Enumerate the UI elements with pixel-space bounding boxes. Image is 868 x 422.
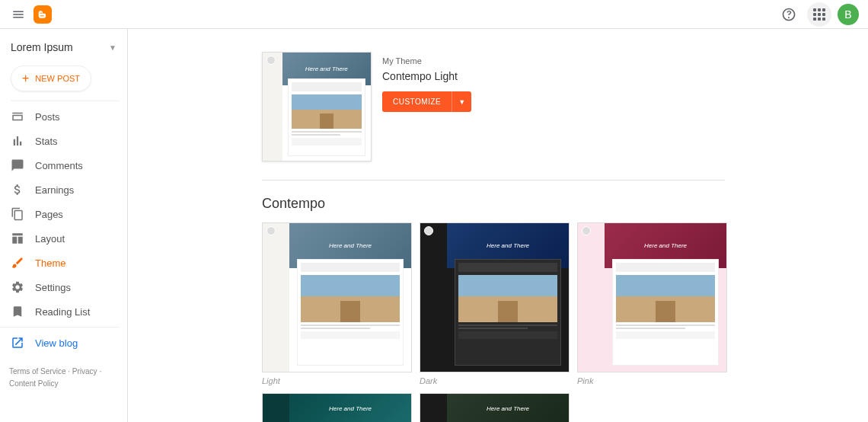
sidebar-item-pages[interactable]: Pages bbox=[0, 202, 127, 226]
reading-list-icon bbox=[11, 305, 24, 318]
sidebar-divider bbox=[11, 101, 120, 101]
menu-button[interactable] bbox=[9, 5, 27, 24]
app-header: B bbox=[0, 0, 868, 29]
apps-icon bbox=[813, 8, 825, 21]
sidebar-item-posts[interactable]: Posts bbox=[0, 104, 127, 129]
main-content: Here and There My Theme Contempo Light C… bbox=[128, 29, 868, 422]
my-theme-label: My Theme bbox=[382, 56, 471, 66]
section-title: Contempo bbox=[262, 196, 868, 212]
nav-label: Stats bbox=[35, 136, 58, 147]
help-button[interactable] bbox=[777, 2, 801, 27]
nav-label: View blog bbox=[35, 337, 78, 349]
apps-button[interactable] bbox=[807, 2, 831, 27]
theme-thumb[interactable]: Here and There bbox=[420, 393, 570, 422]
account-avatar[interactable]: B bbox=[838, 4, 859, 25]
content-policy-link[interactable]: Content Policy bbox=[9, 379, 58, 388]
chevron-down-icon: ▼ bbox=[109, 43, 116, 52]
nav-label: Posts bbox=[35, 111, 60, 123]
open-external-icon bbox=[11, 336, 24, 350]
new-post-button[interactable]: + NEW POST bbox=[11, 66, 91, 91]
theme-caption: Dark bbox=[420, 376, 570, 385]
sidebar-item-earnings[interactable]: Earnings bbox=[0, 177, 127, 202]
nav-label: Settings bbox=[35, 282, 71, 293]
blog-selector[interactable]: Lorem Ipsum ▼ bbox=[0, 37, 127, 61]
theme-thumb[interactable]: Here and There bbox=[577, 222, 727, 372]
theme-thumb[interactable]: Here and There bbox=[262, 393, 412, 422]
blogger-icon bbox=[37, 9, 48, 20]
current-theme-preview[interactable]: Here and There bbox=[262, 52, 372, 161]
sidebar-footer: Terms of Service · Privacy · Content Pol… bbox=[0, 360, 127, 396]
theme-caption: Pink bbox=[577, 376, 727, 385]
settings-icon bbox=[11, 280, 24, 294]
comments-icon bbox=[11, 158, 24, 172]
privacy-link[interactable]: Privacy bbox=[72, 367, 97, 376]
earnings-icon bbox=[11, 183, 24, 197]
customize-dropdown-button[interactable]: ▼ bbox=[452, 91, 471, 112]
theme-caption: Light bbox=[262, 376, 412, 385]
help-icon bbox=[781, 7, 796, 22]
sidebar-nav: Posts Stats Comments Earnings Pages Layo… bbox=[0, 104, 127, 355]
theme-thumb[interactable]: Here and There bbox=[420, 222, 570, 372]
current-theme-name: Contempo Light bbox=[382, 70, 471, 82]
terms-link[interactable]: Terms of Service bbox=[9, 367, 65, 376]
blogger-logo[interactable] bbox=[34, 5, 52, 24]
theme-info: My Theme Contempo Light CUSTOMIZE ▼ bbox=[382, 52, 471, 161]
posts-icon bbox=[11, 110, 24, 123]
theme-card-dark: Here and There Dark bbox=[420, 222, 570, 385]
section-divider bbox=[262, 180, 725, 181]
theme-card-foliage: Here and There bbox=[420, 393, 570, 422]
nav-label: Theme bbox=[35, 257, 65, 269]
nav-label: Reading List bbox=[35, 306, 90, 318]
header-right: B bbox=[777, 2, 859, 27]
my-theme-section: Here and There My Theme Contempo Light C… bbox=[262, 52, 868, 161]
theme-card-light: Here and There Light bbox=[262, 222, 412, 385]
app-container: Lorem Ipsum ▼ + NEW POST Posts Stats Com… bbox=[0, 29, 868, 422]
theme-icon bbox=[11, 256, 24, 270]
nav-label: Comments bbox=[35, 160, 83, 171]
new-post-label: NEW POST bbox=[35, 74, 80, 83]
theme-card-pink: Here and There Pink bbox=[577, 222, 727, 385]
plus-icon: + bbox=[22, 72, 29, 85]
sidebar-item-settings[interactable]: Settings bbox=[0, 275, 127, 299]
sidebar: Lorem Ipsum ▼ + NEW POST Posts Stats Com… bbox=[0, 29, 128, 422]
nav-label: Pages bbox=[35, 209, 63, 220]
nav-label: Earnings bbox=[35, 184, 74, 196]
stats-icon bbox=[11, 134, 24, 148]
theme-grid: Here and There Light bbox=[262, 222, 734, 422]
theme-thumb[interactable]: Here and There bbox=[262, 222, 412, 372]
pages-icon bbox=[11, 207, 24, 221]
theme-card-teal: Here and There bbox=[262, 393, 412, 422]
customize-button-group: CUSTOMIZE ▼ bbox=[382, 91, 471, 112]
blog-name: Lorem Ipsum bbox=[11, 41, 73, 53]
sidebar-item-reading-list[interactable]: Reading List bbox=[0, 299, 127, 324]
layout-icon bbox=[11, 232, 24, 245]
sidebar-item-layout[interactable]: Layout bbox=[0, 226, 127, 251]
header-left bbox=[9, 5, 52, 24]
hamburger-icon bbox=[11, 8, 25, 21]
nav-label: Layout bbox=[35, 233, 65, 245]
sidebar-item-stats[interactable]: Stats bbox=[0, 129, 127, 153]
sidebar-item-view-blog[interactable]: View blog bbox=[0, 331, 127, 355]
customize-button[interactable]: CUSTOMIZE bbox=[382, 91, 452, 112]
sidebar-divider bbox=[0, 327, 120, 328]
sidebar-item-comments[interactable]: Comments bbox=[0, 153, 127, 177]
sidebar-item-theme[interactable]: Theme bbox=[0, 251, 127, 275]
